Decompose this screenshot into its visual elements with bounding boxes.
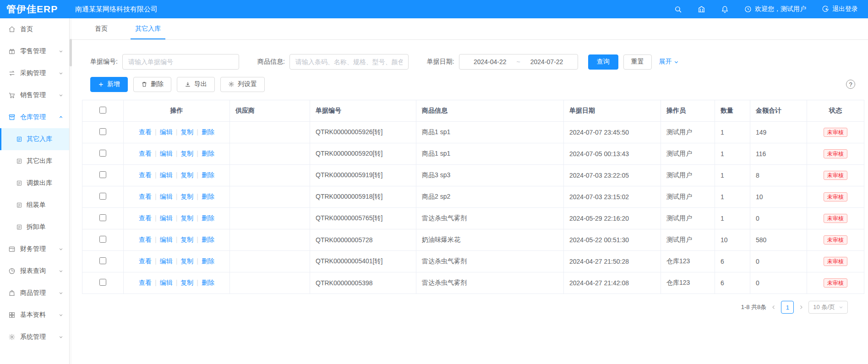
cell-operator: 仓库123 — [661, 272, 715, 294]
sidebar-subitem-transfer-outbound[interactable]: 调拨出库 — [0, 172, 69, 194]
date-range-input[interactable]: 2024-04-22 ~ 2024-07-22 — [459, 54, 578, 70]
export-button[interactable]: 导出 — [177, 77, 215, 92]
search-icon[interactable] — [674, 5, 682, 13]
page-number-button[interactable]: 1 — [781, 301, 794, 314]
sidebar-scrollbar[interactable] — [70, 18, 72, 364]
welcome-user[interactable]: 欢迎您，测试用户 — [744, 5, 806, 13]
logout-button[interactable]: 退出登录 — [822, 5, 858, 13]
cell-product: 奶油味爆米花 — [416, 229, 564, 251]
cell-operator: 测试用户 — [661, 208, 715, 229]
prev-page-button[interactable] — [771, 304, 776, 310]
sidebar-item-system[interactable]: 系统管理 — [0, 326, 69, 348]
edit-link[interactable]: 编辑 — [160, 236, 181, 243]
sidebar-item-sales[interactable]: 销售管理 — [0, 84, 69, 106]
view-link[interactable]: 查看 — [139, 236, 160, 243]
view-link[interactable]: 查看 — [139, 257, 160, 265]
copy-link[interactable]: 复制 — [180, 171, 202, 179]
sidebar-item-basic-data[interactable]: 基本资料 — [0, 304, 69, 326]
edit-link[interactable]: 编辑 — [160, 257, 181, 265]
cell-amount: 8 — [750, 165, 807, 186]
sidebar-item-goods[interactable]: 商品管理 — [0, 282, 69, 304]
row-checkbox[interactable] — [99, 279, 106, 286]
row-checkbox[interactable] — [99, 193, 106, 200]
delete-link[interactable]: 删除 — [202, 279, 214, 286]
grid-icon — [8, 311, 16, 319]
reset-button[interactable]: 重置 — [623, 54, 652, 70]
bank-icon[interactable] — [698, 5, 705, 13]
edit-link[interactable]: 编辑 — [160, 171, 181, 179]
document-icon — [16, 136, 22, 142]
page-size-select[interactable]: 10 条/页 — [808, 301, 848, 314]
sidebar-item-reports[interactable]: 报表查询 — [0, 260, 69, 282]
copy-link[interactable]: 复制 — [180, 214, 202, 222]
row-checkbox[interactable] — [99, 150, 106, 157]
edit-link[interactable]: 编辑 — [160, 193, 181, 200]
row-checkbox[interactable] — [99, 171, 106, 178]
copy-link[interactable]: 复制 — [180, 257, 202, 265]
column-settings-label: 列设置 — [238, 80, 257, 88]
view-link[interactable]: 查看 — [139, 279, 160, 286]
sidebar-subitem-other-outbound[interactable]: 其它出库 — [0, 150, 69, 172]
header-date: 单据日期 — [564, 100, 661, 122]
delete-link[interactable]: 删除 — [202, 257, 214, 265]
sidebar-subitem-label: 拆卸单 — [27, 223, 46, 231]
delete-link[interactable]: 删除 — [202, 171, 214, 179]
edit-link[interactable]: 编辑 — [160, 279, 181, 286]
sidebar-subitem-other-inbound[interactable]: 其它入库 — [0, 128, 69, 150]
view-link[interactable]: 查看 — [139, 214, 160, 222]
sidebar-subitem-disassembly[interactable]: 拆卸单 — [0, 216, 69, 238]
tab-home[interactable]: 首页 — [90, 18, 112, 39]
sidebar-item-warehouse[interactable]: 仓库管理 — [0, 106, 69, 128]
column-settings-button[interactable]: 列设置 — [220, 77, 265, 92]
row-checkbox[interactable] — [99, 214, 106, 221]
bell-icon[interactable] — [721, 5, 729, 13]
expand-link[interactable]: 展开 — [659, 58, 679, 66]
copy-link[interactable]: 复制 — [180, 150, 202, 157]
copy-link[interactable]: 复制 — [180, 193, 202, 200]
delete-link[interactable]: 删除 — [202, 150, 214, 157]
edit-link[interactable]: 编辑 — [160, 150, 181, 157]
delete-link[interactable]: 删除 — [202, 128, 214, 136]
view-link[interactable]: 查看 — [139, 128, 160, 136]
date-from[interactable]: 2024-04-22 — [474, 58, 507, 65]
sidebar-item-retail[interactable]: 零售管理 — [0, 40, 69, 62]
delete-link[interactable]: 删除 — [202, 193, 214, 200]
order-no-input[interactable] — [122, 54, 239, 70]
document-icon — [16, 158, 22, 164]
view-link[interactable]: 查看 — [139, 150, 160, 157]
edit-link[interactable]: 编辑 — [160, 128, 181, 136]
delete-link[interactable]: 删除 — [202, 236, 214, 243]
scrollbar-thumb[interactable] — [70, 39, 72, 66]
add-button[interactable]: 新增 — [90, 77, 128, 92]
sidebar-item-label: 报表查询 — [20, 267, 46, 275]
view-link[interactable]: 查看 — [139, 193, 160, 200]
cell-order-no: QTRK00000005926[转] — [310, 122, 416, 143]
date-to[interactable]: 2024-07-22 — [530, 58, 563, 65]
next-page-button[interactable] — [798, 304, 804, 310]
delete-link[interactable]: 删除 — [202, 214, 214, 222]
header-operator: 操作员 — [661, 100, 715, 122]
product-info-input[interactable] — [289, 54, 409, 70]
document-icon — [16, 202, 22, 208]
cell-order-no: QTRK00000005919[转] — [310, 165, 416, 186]
cell-operator: 测试用户 — [661, 186, 715, 208]
sidebar-item-finance[interactable]: 财务管理 — [0, 238, 69, 260]
search-button[interactable]: 查询 — [588, 54, 618, 70]
row-checkbox[interactable] — [99, 257, 106, 264]
copy-link[interactable]: 复制 — [180, 236, 202, 243]
sidebar-item-home[interactable]: 首页 — [0, 18, 69, 40]
sidebar-subitem-assembly[interactable]: 组装单 — [0, 194, 69, 216]
select-all-checkbox[interactable] — [99, 107, 106, 114]
copy-link[interactable]: 复制 — [180, 128, 202, 136]
row-checkbox[interactable] — [99, 128, 106, 135]
row-checkbox[interactable] — [99, 236, 106, 243]
order-no-label: 单据编号: — [90, 58, 118, 66]
tab-other-inbound[interactable]: 其它入库 — [131, 18, 165, 39]
sidebar-item-purchase[interactable]: 采购管理 — [0, 62, 69, 84]
help-icon[interactable]: ? — [846, 80, 855, 89]
copy-link[interactable]: 复制 — [180, 279, 202, 286]
cell-amount: 0 — [750, 251, 807, 272]
edit-link[interactable]: 编辑 — [160, 214, 181, 222]
delete-button[interactable]: 删除 — [133, 77, 171, 92]
view-link[interactable]: 查看 — [139, 171, 160, 179]
